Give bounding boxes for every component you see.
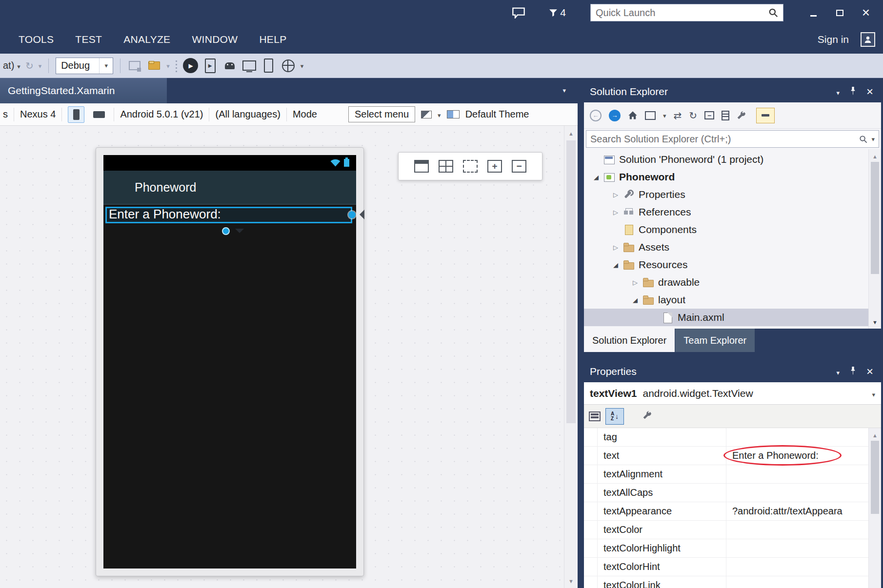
scroll-up-icon[interactable] [869,152,881,160]
theme-selector[interactable]: Default Theme [465,109,529,120]
scrollbar-thumb[interactable] [871,441,879,514]
editor-vertical-scrollbar[interactable] [564,126,578,588]
properties-wrench-icon[interactable] [737,111,746,120]
collapsed-arrow-icon[interactable]: ▷ [609,191,622,198]
action-bar-settings-icon[interactable] [421,111,432,118]
show-decorations-icon[interactable] [414,160,429,173]
property-name[interactable]: tag [598,428,726,446]
property-name[interactable]: textColorLink [598,576,726,588]
window-position-icon[interactable] [836,366,840,377]
preview-selected-items-toggle[interactable] [756,108,775,123]
selected-textview[interactable]: Enter a Phoneword: [105,207,352,223]
scope-view-icon[interactable] [645,111,656,120]
show-all-files-icon[interactable] [722,111,729,120]
emulator-manager-icon[interactable] [281,59,296,73]
toolbar-overflow-icon[interactable] [166,61,170,70]
expanded-arrow-icon[interactable]: ◢ [590,174,602,181]
scroll-up-icon[interactable] [869,431,881,439]
tree-item-drawable[interactable]: ▷drawable [584,274,881,291]
tree-item-components[interactable]: Components [584,221,881,238]
solution-configuration-combo[interactable]: Debug [56,58,113,74]
refresh-icon[interactable] [25,60,34,72]
tab-list-dropdown-icon[interactable] [562,86,566,95]
feedback-icon[interactable] [512,7,525,19]
alphabetical-sort-button[interactable]: AZ ↓ [605,408,624,425]
home-icon[interactable] [628,111,638,120]
collapsed-arrow-icon[interactable]: ▷ [609,209,622,216]
scroll-up-icon[interactable] [564,129,578,137]
mode-label[interactable]: Mode [293,109,317,120]
selection-bounds-icon[interactable] [463,160,478,173]
sync-with-active-document-icon[interactable] [674,110,682,121]
scroll-down-icon[interactable] [869,317,881,326]
chevron-down-icon[interactable] [871,135,875,143]
device-selector[interactable]: Nexus 4 [20,109,56,120]
property-value[interactable] [726,558,868,576]
chevron-down-icon[interactable] [235,229,244,237]
close-icon[interactable] [866,85,873,98]
quick-launch-input[interactable] [596,7,768,19]
close-icon[interactable] [866,365,873,378]
tree-item-references[interactable]: ▷References [584,203,881,221]
tree-item-phoneword[interactable]: ◢Phoneword [584,168,881,186]
chevron-down-icon[interactable] [39,61,42,70]
property-name[interactable]: text [598,447,726,465]
quick-launch[interactable] [590,4,783,21]
collapsed-arrow-icon[interactable]: ▷ [629,279,642,286]
layout-canvas[interactable]: Enter a Phoneword: [103,205,356,568]
tree-item-layout[interactable]: ◢layout [584,291,881,309]
minimize-button[interactable] [800,4,826,21]
select-menu-button[interactable]: Select menu [348,106,415,122]
pin-icon[interactable] [849,366,857,377]
menu-item-help[interactable]: HELP [248,25,297,54]
menu-item-test[interactable]: TEST [64,25,113,54]
property-value[interactable] [726,465,868,483]
phone-device-icon[interactable] [261,59,276,73]
properties-wrench-icon[interactable] [642,411,652,422]
property-value[interactable] [726,484,868,502]
window-position-icon[interactable] [836,86,840,98]
tree-vertical-scrollbar[interactable] [868,149,881,329]
property-name[interactable]: textAllCaps [598,484,726,502]
property-value[interactable] [726,521,868,539]
toolbar-overflow-icon[interactable] [301,61,304,70]
tree-item-main-axml[interactable]: Main.axml [584,309,881,326]
panel-tab-solution-explorer[interactable]: Solution Explorer [584,329,675,352]
property-name[interactable]: textColorHint [598,558,726,576]
portrait-orientation-button[interactable] [68,106,84,123]
device-monitor-icon[interactable] [242,59,257,73]
theme-editor-icon[interactable] [447,110,460,118]
close-button[interactable] [853,4,879,21]
solution-search-input[interactable] [590,134,855,145]
attach-to-process-icon[interactable] [127,59,142,73]
property-value[interactable] [726,576,868,588]
collapsed-arrow-icon[interactable]: ▷ [609,244,622,251]
sign-in-link[interactable]: Sign in [818,34,849,45]
chevron-down-icon[interactable] [663,111,666,120]
scroll-down-icon[interactable] [564,576,578,585]
notifications-badge[interactable]: 4 [549,7,566,19]
show-grid-icon[interactable] [439,160,453,173]
tree-item-assets[interactable]: ▷Assets [584,238,881,256]
design-surface[interactable]: Phoneword Enter a Phoneword: [0,126,578,588]
zoom-in-icon[interactable] [487,160,502,173]
tree-item-properties[interactable]: ▷Properties [584,186,881,203]
panel-tab-team-explorer[interactable]: Team Explorer [675,329,755,352]
menu-item-analyze[interactable]: ANALYZE [113,25,181,54]
refresh-icon[interactable] [689,110,697,121]
scrollbar-thumb[interactable] [566,140,576,423]
chevron-down-icon[interactable] [872,388,875,399]
pin-icon[interactable] [849,86,857,98]
landscape-orientation-button[interactable] [90,106,108,123]
user-account-icon[interactable] [861,32,875,47]
android-device-icon[interactable] [222,59,237,73]
chevron-down-icon[interactable] [438,109,441,120]
property-name[interactable]: textAlignment [598,465,726,483]
expanded-arrow-icon[interactable]: ◢ [629,296,642,304]
drag-handle[interactable] [222,227,230,235]
menu-item-window[interactable]: WINDOW [181,25,248,54]
deploy-to-device-icon[interactable] [203,59,218,73]
maximize-button[interactable] [826,4,853,21]
navigate-back-icon[interactable] [590,110,602,121]
selected-object-row[interactable]: textView1 android.widget.TextView [584,382,881,405]
